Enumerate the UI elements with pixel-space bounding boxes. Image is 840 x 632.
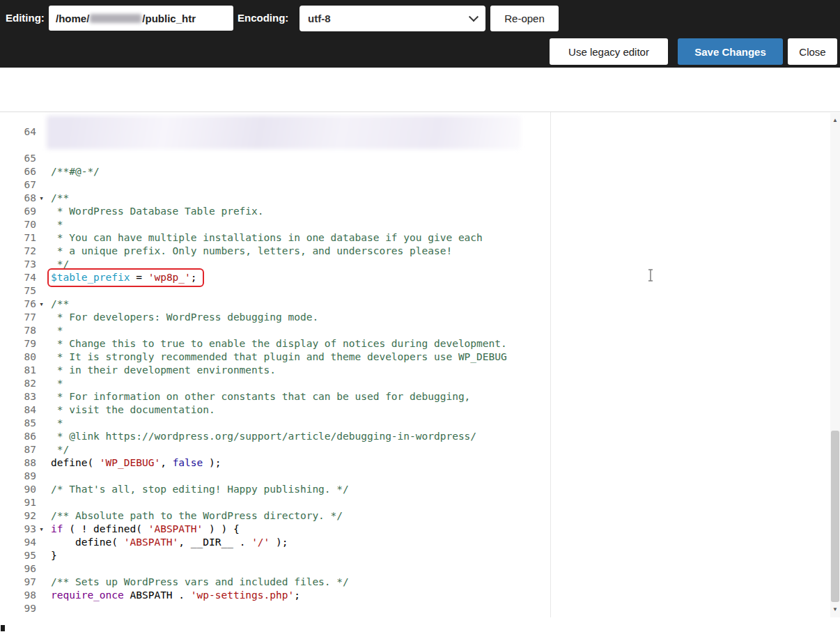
code-row[interactable]: 69 * WordPress Database Table prefix. [0,205,820,218]
encoding-label: Encoding: [238,6,288,31]
code-row[interactable]: 95} [0,549,820,562]
code-text: /** Absolute path to the WordPress direc… [51,509,343,523]
code-row[interactable]: 73 */ [0,258,820,271]
code-row[interactable]: 70 * [0,218,820,231]
redacted-username-blur [90,14,141,23]
bottom-left-artifact [1,625,5,631]
code-row[interactable]: 64 [0,125,820,139]
scroll-up-icon[interactable]: ▲ [830,115,840,125]
code-row[interactable]: 81 * in their development environments. [0,364,820,377]
highlighted-code-text: $table_prefix = 'wp8p_'; [51,271,197,284]
code-row[interactable]: 98require_once ABSPATH . 'wp-settings.ph… [0,589,820,602]
scroll-down-icon[interactable]: ▼ [830,604,840,614]
encoding-value: utf-8 [308,13,331,24]
code-row[interactable]: 93▾if ( ! defined( 'ABSPATH' ) ) { [0,523,820,536]
fold-arrow-icon[interactable]: ▾ [36,192,47,205]
fold-spacer [36,509,47,523]
fold-spacer [36,417,47,430]
line-number: 81 [0,364,47,377]
code-text: /**#@-*/ [51,165,100,178]
code-row[interactable]: 87 */ [0,443,820,456]
line-number: 79 [0,337,47,350]
fold-spacer [36,178,47,192]
code-row[interactable]: 97/** Sets up WordPress vars and include… [0,576,820,589]
code-row[interactable]: 90/* That's all, stop editing! Happy pub… [0,483,820,496]
code-row[interactable]: 86 * @link https://wordpress.org/support… [0,430,820,443]
fold-spacer [36,139,47,152]
line-number: 82 [0,377,47,390]
fold-spacer [36,350,47,364]
code-row[interactable]: 68▾/** [0,192,820,205]
code-row[interactable]: 84 * visit the documentation. [0,403,820,417]
use-legacy-editor-button[interactable]: Use legacy editor [550,38,668,65]
code-row[interactable]: 67 [0,178,820,192]
path-prefix: /home/ [56,13,89,24]
code-text: require_once ABSPATH . 'wp-settings.php'… [51,589,300,602]
code-row[interactable]: 83 * For information on other constants … [0,390,820,403]
fold-arrow-icon[interactable]: ▾ [36,523,47,536]
code-row[interactable]: 82 * [0,377,820,390]
code-editor[interactable]: 646566/**#@-*/6768▾/**69 * WordPress Dat… [0,112,830,617]
code-row[interactable]: 94 define( 'ABSPATH', __DIR__ . '/' ); [0,536,820,549]
line-number: 92 [0,509,47,523]
fold-spacer [36,231,47,245]
code-text: * [51,417,63,430]
code-row[interactable]: 79 * Change this to true to enable the d… [0,337,820,350]
text-cursor-pointer [647,269,654,282]
line-number: 68▾ [0,192,47,205]
code-text: */ [51,258,69,271]
fold-spacer [36,456,47,470]
code-row[interactable]: 99 [0,602,820,615]
code-row[interactable]: 75 [0,284,820,298]
encoding-select[interactable]: utf-8 [300,6,485,31]
code-text: * For information on other constants tha… [51,390,470,403]
code-row[interactable]: 66/**#@-*/ [0,165,820,178]
code-text: * [51,377,63,390]
line-number: 78 [0,324,47,337]
code-text: * visit the documentation. [51,403,215,417]
line-number: 69 [0,205,47,218]
code-row[interactable]: 88define( 'WP_DEBUG', false ); [0,456,820,470]
code-row[interactable]: 92/** Absolute path to the WordPress dir… [0,509,820,523]
code-row[interactable]: 85 * [0,417,820,430]
code-row[interactable]: 78 * [0,324,820,337]
fold-spacer [36,364,47,377]
line-number: 67 [0,178,47,192]
code-text: * WordPress Database Table prefix. [51,205,264,218]
line-number: 91 [0,496,47,509]
fold-spacer [36,576,47,589]
line-number [0,139,47,152]
code-row[interactable]: 96 [0,562,820,576]
code-row[interactable]: 72 * a unique prefix. Only numbers, lett… [0,245,820,258]
line-number: 83 [0,390,47,403]
code-text: * Change this to true to enable the disp… [51,337,507,350]
code-row[interactable]: 77 * For developers: WordPress debugging… [0,311,820,324]
scrollbar-thumb[interactable] [831,431,839,602]
fold-arrow-icon[interactable]: ▾ [36,298,47,311]
line-number: 73 [0,258,47,271]
code-text: } [51,549,57,562]
close-button[interactable]: Close [788,38,837,65]
vertical-scrollbar[interactable]: ▲ ▼ [830,113,840,617]
save-changes-button[interactable]: Save Changes [678,38,783,65]
app-header: Editing: /home/ /public_htr Encoding: ut… [0,0,840,68]
code-rows: 646566/**#@-*/6768▾/**69 * WordPress Dat… [0,125,820,615]
fold-spacer [36,536,47,549]
code-row[interactable]: 89 [0,470,820,483]
line-number: 96 [0,562,47,576]
code-row[interactable]: 65 [0,152,820,165]
code-row[interactable]: 80 * It is strongly recommended that plu… [0,350,820,364]
code-text: /** [51,192,69,205]
code-text: * You can have multiple installations in… [51,231,483,245]
fold-spacer [36,562,47,576]
code-row[interactable]: 91 [0,496,820,509]
line-number: 86 [0,430,47,443]
line-number: 74 [0,271,47,284]
code-row[interactable]: 74$table_prefix = 'wp8p_'; [0,271,820,284]
code-row[interactable]: 71 * You can have multiple installations… [0,231,820,245]
reopen-button[interactable]: Re-open [490,6,559,31]
file-path-field[interactable]: /home/ /public_htr [49,6,233,31]
code-row[interactable]: 76▾/** [0,298,820,311]
line-number: 77 [0,311,47,324]
code-row[interactable] [0,139,820,152]
